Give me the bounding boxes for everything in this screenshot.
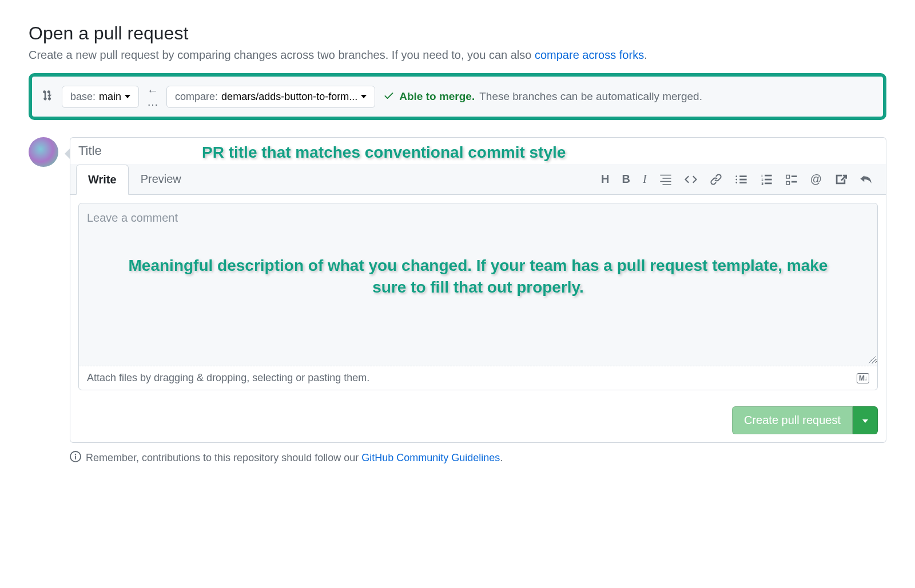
branch-compare-box: base: main ← … compare: demars/adds-butt… <box>29 73 886 120</box>
markdown-toolbar: H B I <box>601 173 880 186</box>
ellipsis-icon: … <box>147 96 158 107</box>
footer-prefix: Remember, contributions to this reposito… <box>86 452 361 463</box>
markdown-supported-icon[interactable]: M↓ <box>857 373 869 383</box>
compare-branch-button[interactable]: compare: demars/adds-button-to-form... <box>166 86 375 108</box>
quote-icon[interactable] <box>659 173 672 186</box>
compare-value: demars/adds-button-to-form... <box>221 91 357 103</box>
caret-down-icon <box>361 95 367 98</box>
subtitle-suffix: . <box>644 49 647 61</box>
base-branch-button[interactable]: base: main <box>62 86 139 108</box>
tab-preview[interactable]: Preview <box>129 164 193 194</box>
info-icon <box>70 451 81 465</box>
code-icon[interactable] <box>685 173 697 186</box>
footer-suffix: . <box>500 452 503 463</box>
page-title: Open a pull request <box>29 23 886 44</box>
compare-forks-link[interactable]: compare across forks <box>535 49 644 61</box>
compare-icon <box>42 90 54 103</box>
cross-reference-icon[interactable] <box>834 173 847 186</box>
arrow-separator: ← … <box>147 85 158 109</box>
resize-handle[interactable] <box>868 355 876 363</box>
arrow-left-icon: ← <box>147 85 158 96</box>
annotation-body-hint: Meaningful description of what you chang… <box>127 255 829 298</box>
subtitle-text: Create a new pull request by comparing c… <box>29 49 535 61</box>
create-pull-request-button[interactable]: Create pull request <box>732 406 853 434</box>
merge-able-text: Able to merge. <box>399 90 475 103</box>
base-label: base: <box>70 91 96 103</box>
attach-hint-text: Attach files by dragging & dropping, sel… <box>87 372 369 384</box>
footer-note: Remember, contributions to this reposito… <box>29 451 886 465</box>
unordered-list-icon[interactable] <box>735 173 747 186</box>
title-label: Title <box>78 143 102 158</box>
community-guidelines-link[interactable]: GitHub Community Guidelines <box>361 452 500 463</box>
reply-icon[interactable] <box>860 173 872 186</box>
attach-hint-row[interactable]: Attach files by dragging & dropping, sel… <box>79 366 877 390</box>
caret-down-icon <box>125 95 130 98</box>
base-value: main <box>99 91 121 103</box>
bold-icon[interactable]: B <box>622 173 630 186</box>
ordered-list-icon[interactable] <box>760 173 773 186</box>
pr-form: Title PR title that matches conventional… <box>70 137 886 443</box>
merge-status: Able to merge. These branches can be aut… <box>383 90 702 104</box>
tabs: Write Preview H B I <box>70 164 886 195</box>
annotation-title-hint: PR title that matches conventional commi… <box>202 143 566 162</box>
create-pull-request-dropdown[interactable] <box>853 406 878 434</box>
page-subtitle: Create a new pull request by comparing c… <box>29 49 886 62</box>
merge-detail-text: These branches can be automatically merg… <box>479 90 702 103</box>
caret-down-icon <box>862 419 868 423</box>
avatar <box>29 137 58 167</box>
italic-icon[interactable]: I <box>643 173 647 186</box>
link-icon[interactable] <box>710 173 722 186</box>
tab-write[interactable]: Write <box>76 165 129 195</box>
heading-icon[interactable]: H <box>601 173 609 186</box>
task-list-icon[interactable] <box>785 173 798 186</box>
check-icon <box>383 90 395 104</box>
compare-label: compare: <box>175 91 218 103</box>
mention-icon[interactable]: @ <box>810 173 822 186</box>
